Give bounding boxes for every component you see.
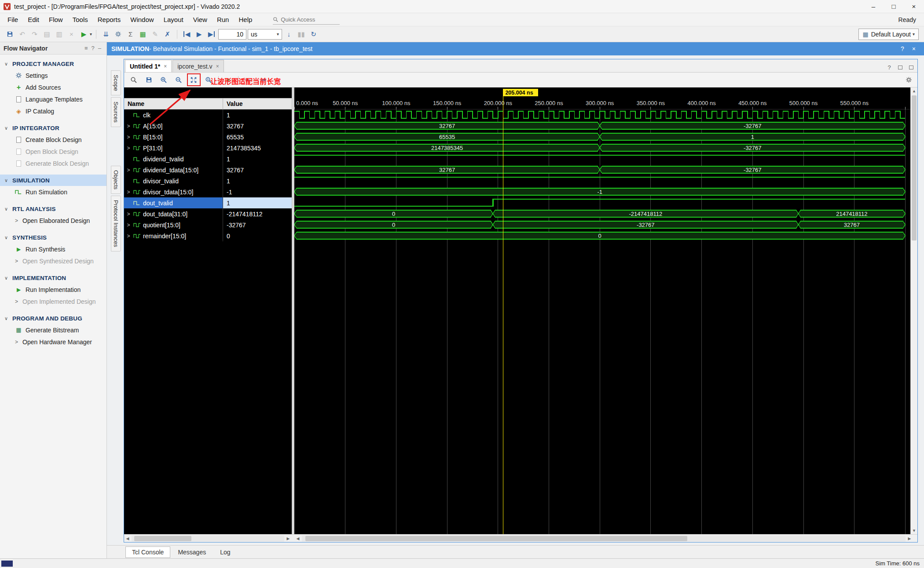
flownav-item-open-hardware-manager[interactable]: > Open Hardware Manager	[0, 336, 106, 348]
signal-row-dout-tdata[interactable]: >dout_tdata[31:0] -2147418112	[124, 208, 292, 219]
undo-button[interactable]: ↶	[17, 29, 28, 40]
signal-name-cell[interactable]: >divisor_tdata[15:0]	[124, 186, 223, 197]
run-for-button[interactable]: ▶	[206, 29, 217, 40]
flownav-section-program-and-debug[interactable]: ∨ PROGRAM AND DEBUG	[0, 313, 106, 324]
settings-button[interactable]	[113, 29, 124, 40]
save-button[interactable]	[4, 29, 15, 40]
maximize-panel-icon[interactable]	[906, 62, 916, 72]
signal-name-cell[interactable]: >P[31:0]	[124, 142, 223, 153]
flownav-item-generate-block-design[interactable]: Generate Block Design	[0, 157, 106, 169]
tab-messages[interactable]: Messages	[171, 546, 213, 558]
expander-icon[interactable]: >	[126, 189, 131, 195]
board-button[interactable]: ▦	[137, 29, 148, 40]
flownav-section-synthesis[interactable]: ∨ SYNTHESIS	[0, 232, 106, 243]
tab-ipcore-test[interactable]: ipcore_test.v ×	[172, 60, 224, 72]
tab-untitled-1[interactable]: Untitled 1* ×	[125, 60, 172, 72]
chevron-right-icon[interactable]: >	[15, 258, 19, 264]
zoom-out-button[interactable]	[173, 75, 184, 85]
signal-name-cell[interactable]: >dout_tdata[31:0]	[124, 208, 223, 219]
signal-row-clk[interactable]: clk 1	[124, 109, 292, 120]
menu-item-window[interactable]: Window	[125, 13, 158, 26]
signal-name-cell[interactable]: >B[15:0]	[124, 131, 223, 142]
side-tab-objects[interactable]: Objects	[111, 166, 121, 194]
flownav-item-ip-catalog[interactable]: ◈ IP Catalog	[0, 105, 106, 117]
scroll-right-icon[interactable]: ▶	[285, 536, 292, 541]
flownav-item-generate-bitstream[interactable]: ▦ Generate Bitstream	[0, 324, 106, 336]
chevron-right-icon[interactable]: >	[15, 218, 19, 224]
scroll-left-icon[interactable]: ◀	[294, 536, 301, 541]
flownav-item-open-elaborated-design[interactable]: > Open Elaborated Design	[0, 215, 106, 226]
signal-row-b[interactable]: >B[15:0] 65535	[124, 131, 292, 142]
banner-close-icon[interactable]: ×	[908, 45, 920, 52]
scroll-up-icon[interactable]: ▲	[911, 87, 917, 95]
expander-icon[interactable]: >	[126, 167, 131, 173]
zoom-in-button[interactable]	[158, 75, 169, 85]
signal-row-divisor-tvalid[interactable]: divisor_tvalid 1	[124, 175, 292, 186]
tab-close-icon[interactable]: ×	[216, 63, 219, 69]
expander-icon[interactable]: >	[126, 222, 131, 228]
scrollbar-thumb[interactable]	[305, 536, 687, 541]
scroll-left-icon[interactable]: ◀	[124, 536, 131, 541]
scrollbar-thumb[interactable]	[134, 536, 191, 541]
wave-settings-button[interactable]	[903, 75, 914, 85]
find-button[interactable]	[128, 75, 139, 85]
flownav-section-ip-integrator[interactable]: ∨ IP INTEGRATOR	[0, 122, 106, 134]
sim-runtime-input[interactable]	[218, 29, 246, 40]
copy-button[interactable]: ▤	[41, 29, 52, 40]
flownav-item-run-synthesis[interactable]: ▶ Run Synthesis	[0, 243, 106, 255]
signal-name-cell[interactable]: >dividend_tdata[15:0]	[124, 164, 223, 175]
flownav-item-run-implementation[interactable]: ▶ Run Implementation	[0, 284, 106, 295]
flownav-section-rtl-analysis[interactable]: ∨ RTL ANALYSIS	[0, 203, 106, 215]
edit-button[interactable]: ✎	[150, 29, 161, 40]
flownav-item-language-templates[interactable]: Language Templates	[0, 93, 106, 105]
vertical-scrollbar[interactable]: ▲ ▼	[910, 87, 917, 534]
menu-item-file[interactable]: File	[3, 13, 23, 26]
run-flow-button[interactable]: ▶	[78, 29, 89, 40]
tab-log[interactable]: Log	[213, 546, 237, 558]
menu-item-tools[interactable]: Tools	[68, 13, 93, 26]
wave-scrollbar[interactable]: ◀ ▶	[294, 535, 913, 542]
tab-close-icon[interactable]: ×	[164, 63, 167, 69]
expander-icon[interactable]: >	[126, 134, 131, 140]
signal-name-cell[interactable]: dividend_tvalid	[124, 153, 223, 164]
expander-icon[interactable]: >	[126, 211, 131, 217]
signal-row-dividend-tvalid[interactable]: dividend_tvalid 1	[124, 153, 292, 164]
signal-name-cell[interactable]: >quotient[15:0]	[124, 219, 223, 230]
run-all-button[interactable]: ▶	[194, 29, 205, 40]
menu-item-edit[interactable]: Edit	[23, 13, 44, 26]
expander-icon[interactable]: >	[126, 123, 131, 129]
collapsed-panel-icon[interactable]	[1, 561, 13, 567]
scrollbar-thumb[interactable]	[912, 95, 917, 240]
close-button[interactable]: ×	[904, 0, 924, 13]
chevron-right-icon[interactable]: >	[15, 339, 19, 345]
signal-name-cell[interactable]: clk	[124, 109, 223, 120]
menu-item-layout[interactable]: Layout	[159, 13, 188, 26]
time-unit-select[interactable]: us▾	[248, 29, 282, 40]
flownav-item-settings[interactable]: Settings	[0, 69, 106, 81]
panel-help-icon[interactable]: ?	[884, 62, 894, 72]
flownav-item-add-sources[interactable]: + Add Sources	[0, 81, 106, 93]
flownav-section-implementation[interactable]: ∨ IMPLEMENTATION	[0, 272, 106, 284]
menu-item-run[interactable]: Run	[212, 13, 234, 26]
panel-minimize-icon[interactable]: –	[96, 45, 103, 51]
quick-access-box[interactable]	[273, 15, 340, 25]
panel-help-icon[interactable]: ?	[90, 45, 96, 51]
step-button[interactable]: ⇊	[100, 29, 111, 40]
signal-row-quotient[interactable]: >quotient[15:0] -32767	[124, 219, 292, 230]
quick-access-input[interactable]	[281, 16, 332, 23]
scroll-right-icon[interactable]: ▶	[906, 536, 913, 541]
signal-row-remainder[interactable]: >remainder[15:0] 0	[124, 230, 292, 241]
flownav-item-create-block-design[interactable]: Create Block Design	[0, 134, 106, 146]
expander-icon[interactable]: >	[126, 145, 131, 151]
expander-icon[interactable]: >	[126, 233, 131, 239]
maximize-button[interactable]: □	[884, 0, 904, 13]
breakpoint-button[interactable]: ✗	[162, 29, 173, 40]
panel-menu-icon[interactable]: ≡	[83, 45, 90, 51]
report-button[interactable]: Σ	[125, 29, 136, 40]
waveform-canvas[interactable]: 0.000 ns50.000 ns100.000 ns150.000 ns200…	[294, 87, 910, 534]
chevron-right-icon[interactable]: >	[15, 299, 19, 305]
relaunch-button[interactable]: ↻	[308, 29, 319, 40]
layout-select[interactable]: ▦ Default Layout ▾	[858, 29, 919, 40]
pause-button[interactable]: ▮▮	[296, 29, 307, 40]
flownav-section-project-manager[interactable]: ∨ PROJECT MANAGER	[0, 58, 106, 69]
